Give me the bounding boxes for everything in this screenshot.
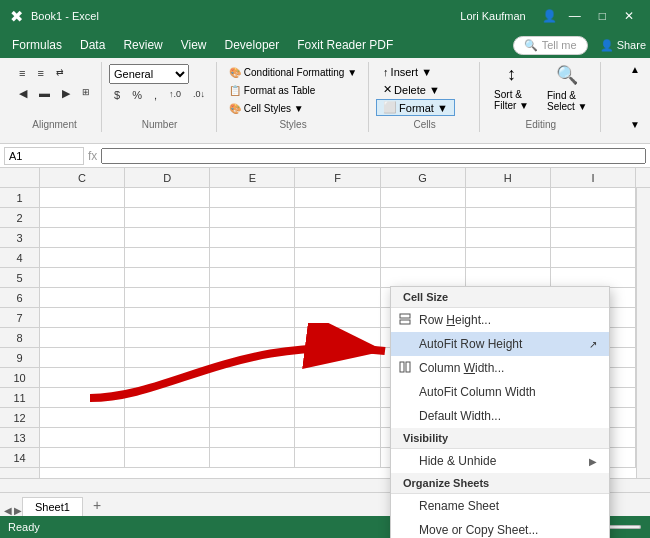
- cell-c2[interactable]: [40, 208, 125, 228]
- ribbon-scroll-up[interactable]: ▲: [630, 64, 640, 75]
- col-header-d[interactable]: D: [125, 168, 210, 187]
- cell-c3[interactable]: [40, 228, 125, 248]
- cell-c11[interactable]: [40, 388, 125, 408]
- cell-f9[interactable]: [295, 348, 380, 368]
- minimize-button[interactable]: —: [563, 7, 587, 25]
- cell-e10[interactable]: [210, 368, 295, 388]
- menu-item-data[interactable]: Data: [72, 35, 113, 55]
- column-width-item[interactable]: Column Width...: [391, 356, 609, 380]
- rename-sheet-item[interactable]: Rename Sheet: [391, 494, 609, 518]
- align-top-left-button[interactable]: ≡: [14, 64, 30, 82]
- menu-item-formulas[interactable]: Formulas: [4, 35, 70, 55]
- default-width-item[interactable]: Default Width...: [391, 404, 609, 428]
- hide-unhide-item[interactable]: Hide & Unhide ▶: [391, 449, 609, 473]
- format-button[interactable]: ⬜ Format ▼: [376, 99, 455, 116]
- tell-me-box[interactable]: 🔍 Tell me: [513, 36, 588, 55]
- cell-d1[interactable]: [125, 188, 210, 208]
- delete-button[interactable]: ✕ Delete ▼: [376, 81, 455, 98]
- col-header-f[interactable]: F: [295, 168, 380, 187]
- insert-button[interactable]: ↑ Insert ▼: [376, 64, 455, 80]
- conditional-formatting-button[interactable]: 🎨 Conditional Formatting ▼: [224, 64, 362, 81]
- cell-c8[interactable]: [40, 328, 125, 348]
- menu-item-developer[interactable]: Developer: [217, 35, 288, 55]
- sheet-nav-left[interactable]: ◀: [4, 505, 12, 516]
- cell-e8[interactable]: [210, 328, 295, 348]
- cell-c1[interactable]: [40, 188, 125, 208]
- sheet-nav-right[interactable]: ▶: [14, 505, 22, 516]
- cell-f10[interactable]: [295, 368, 380, 388]
- cell-h4[interactable]: [466, 248, 551, 268]
- cell-f8[interactable]: [295, 328, 380, 348]
- cell-f6[interactable]: [295, 288, 380, 308]
- cell-d7[interactable]: [125, 308, 210, 328]
- cell-g1[interactable]: [381, 188, 466, 208]
- vertical-scrollbar[interactable]: [636, 188, 650, 478]
- cell-e14[interactable]: [210, 448, 295, 468]
- cell-i4[interactable]: [551, 248, 636, 268]
- move-copy-sheet-item[interactable]: Move or Copy Sheet...: [391, 518, 609, 538]
- cell-e7[interactable]: [210, 308, 295, 328]
- cell-i3[interactable]: [551, 228, 636, 248]
- cell-i5[interactable]: [551, 268, 636, 288]
- cell-d8[interactable]: [125, 328, 210, 348]
- menu-item-view[interactable]: View: [173, 35, 215, 55]
- cell-f11[interactable]: [295, 388, 380, 408]
- cell-c4[interactable]: [40, 248, 125, 268]
- cell-c10[interactable]: [40, 368, 125, 388]
- add-sheet-button[interactable]: +: [85, 494, 109, 516]
- format-as-table-button[interactable]: 📋 Format as Table: [224, 82, 362, 99]
- align-right-button[interactable]: ▶: [57, 84, 75, 103]
- cell-f3[interactable]: [295, 228, 380, 248]
- cell-f7[interactable]: [295, 308, 380, 328]
- cell-c5[interactable]: [40, 268, 125, 288]
- cell-e3[interactable]: [210, 228, 295, 248]
- cell-d3[interactable]: [125, 228, 210, 248]
- cell-g2[interactable]: [381, 208, 466, 228]
- comma-button[interactable]: ,: [149, 86, 162, 104]
- cell-d13[interactable]: [125, 428, 210, 448]
- wrap-text-button[interactable]: ⇄: [51, 64, 69, 82]
- percent-button[interactable]: %: [127, 86, 147, 104]
- align-top-center-button[interactable]: ≡: [32, 64, 48, 82]
- cell-d2[interactable]: [125, 208, 210, 228]
- increase-decimal-button[interactable]: ↑.0: [164, 86, 186, 104]
- autofit-column-width-item[interactable]: AutoFit Column Width: [391, 380, 609, 404]
- cell-g5[interactable]: [381, 268, 466, 288]
- cell-d11[interactable]: [125, 388, 210, 408]
- sort-filter-button[interactable]: Sort &Filter ▼: [487, 87, 536, 113]
- currency-button[interactable]: $: [109, 86, 125, 104]
- cell-e12[interactable]: [210, 408, 295, 428]
- autofit-row-height-item[interactable]: AutoFit Row Height ↗: [391, 332, 609, 356]
- close-button[interactable]: ✕: [618, 7, 640, 25]
- cell-e5[interactable]: [210, 268, 295, 288]
- maximize-button[interactable]: □: [593, 7, 612, 25]
- formula-input[interactable]: [101, 148, 646, 164]
- number-format-select[interactable]: General: [109, 64, 189, 84]
- cell-f13[interactable]: [295, 428, 380, 448]
- cell-i2[interactable]: [551, 208, 636, 228]
- cell-h2[interactable]: [466, 208, 551, 228]
- cell-d14[interactable]: [125, 448, 210, 468]
- col-header-h[interactable]: H: [466, 168, 551, 187]
- cell-d9[interactable]: [125, 348, 210, 368]
- align-left-button[interactable]: ◀: [14, 84, 32, 103]
- menu-item-review[interactable]: Review: [115, 35, 170, 55]
- cell-f2[interactable]: [295, 208, 380, 228]
- cell-h3[interactable]: [466, 228, 551, 248]
- cell-g3[interactable]: [381, 228, 466, 248]
- cell-f12[interactable]: [295, 408, 380, 428]
- col-header-g[interactable]: G: [381, 168, 466, 187]
- cell-c6[interactable]: [40, 288, 125, 308]
- cell-d4[interactable]: [125, 248, 210, 268]
- cell-e9[interactable]: [210, 348, 295, 368]
- cell-c12[interactable]: [40, 408, 125, 428]
- cell-i1[interactable]: [551, 188, 636, 208]
- cell-c14[interactable]: [40, 448, 125, 468]
- cell-e1[interactable]: [210, 188, 295, 208]
- cell-styles-button[interactable]: 🎨 Cell Styles ▼: [224, 100, 362, 117]
- cell-f14[interactable]: [295, 448, 380, 468]
- cell-d5[interactable]: [125, 268, 210, 288]
- decrease-decimal-button[interactable]: .0↓: [188, 86, 210, 104]
- cell-h1[interactable]: [466, 188, 551, 208]
- col-header-c[interactable]: C: [40, 168, 125, 187]
